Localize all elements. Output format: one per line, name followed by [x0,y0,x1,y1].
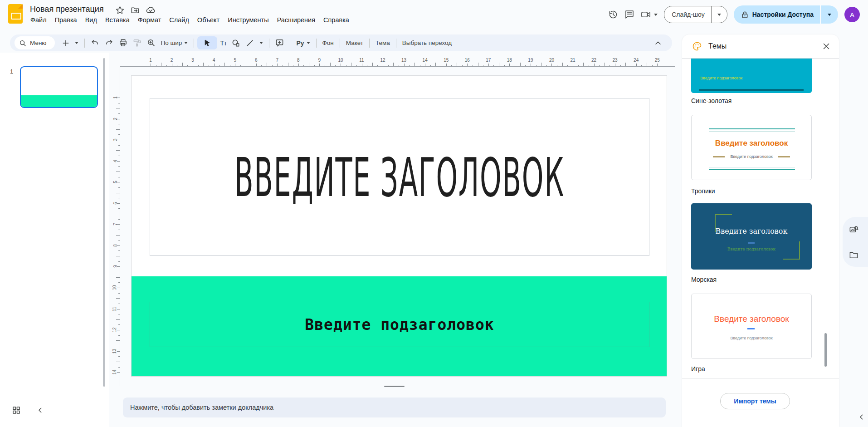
slideshow-button[interactable]: Слайд-шоу [664,6,727,23]
meet-caret-icon[interactable] [654,14,658,16]
ruler-number: 15 [441,58,451,63]
zoom-button[interactable] [144,37,158,49]
theme-title-text: Введите заголовок [691,227,812,236]
menu-object[interactable]: Объект [193,15,224,25]
ruler-number: 13 [399,58,409,63]
ruler-number: 10 [336,58,346,63]
menu-tools[interactable]: Инструменты [224,15,273,25]
slideshow-label[interactable]: Слайд-шоу [664,11,711,18]
select-tool-button[interactable] [197,36,217,49]
filmstrip-panel [0,53,109,427]
slide-thumbnail[interactable] [20,66,98,108]
cloud-status-icon[interactable] [146,6,156,15]
filmstrip-scrollbar[interactable] [103,58,105,387]
menu-edit[interactable]: Правка [51,15,81,25]
collapse-sidebar-icon[interactable] [858,414,865,420]
toolbar-divider [84,39,85,48]
theme-name: Тропики [691,187,715,195]
close-panel-icon[interactable] [823,43,830,50]
paint-format-button[interactable] [130,37,144,49]
theme-card-sine-zolotaya[interactable]: Введите подзаголовок [691,59,812,93]
share-label[interactable]: Настройки Доступа [752,11,814,18]
ruler-number: 23 [610,58,620,63]
document-title[interactable]: Новая презентация [30,5,104,14]
menu-format[interactable]: Формат [134,15,166,25]
meet-camera-icon[interactable] [641,10,658,19]
ruler-horizontal: 1234567891011121314151617181920212223242… [120,57,675,67]
grid-view-icon[interactable] [12,406,21,415]
toolbar-divider [340,39,340,48]
share-button[interactable]: Настройки Доступа [734,5,838,24]
theme-card-tropiki[interactable]: Введите заголовок Введите подзаголовок [691,115,812,180]
menu-extensions[interactable]: Расширения [273,15,319,25]
themes-panel-title: Темы [708,42,727,50]
themes-scrollbar[interactable] [824,333,827,367]
ruler-number: 3 [188,58,198,63]
deco-corner-bracket [783,241,800,260]
ruler-number: 11 [357,58,367,63]
thumbnail-accent-band [21,95,97,107]
ruler-number: 16 [462,58,472,63]
theme-accent-bar [699,89,804,91]
line-tool-button[interactable] [243,37,257,49]
ruler-number: 24 [631,58,641,63]
insert-comment-button[interactable] [273,37,287,49]
toolbar-menu-search[interactable]: Меню [15,36,55,49]
logo-page-glyph [11,13,21,20]
theme-name: Игра [691,365,705,373]
line-tool-dropdown[interactable] [257,37,266,49]
ruler-number: 5 [230,58,240,63]
new-slide-dropdown[interactable] [72,37,81,49]
ruler-number: 25 [652,58,662,63]
menu-slide[interactable]: Слайд [165,15,193,25]
theme-button[interactable]: Тема [373,37,393,49]
theme-card-igra[interactable]: Введите заголовок Введите подзаголовок [691,294,812,359]
folder-icon[interactable] [849,250,858,259]
account-avatar[interactable]: A [844,7,860,22]
theme-subtitle-text: Введите подзаголовок [692,336,811,340]
slideshow-dropdown[interactable] [712,6,727,23]
theme-card-morskaya[interactable]: Введите заголовок Введите подзаголовок [691,203,812,270]
menu-view[interactable]: Вид [81,15,101,25]
deco-dash [747,328,755,329]
undo-button[interactable] [88,37,102,49]
notes-resize-handle[interactable] [384,386,405,387]
toolbar-divider [396,39,396,48]
image-search-icon[interactable] [849,225,858,235]
collapse-filmstrip-icon[interactable] [37,407,44,413]
title-placeholder-box[interactable]: Введите заголовок [150,98,649,256]
slides-logo[interactable] [8,4,23,24]
speaker-notes-input[interactable]: Нажмите, чтобы добавить заметки докладчи… [123,398,666,417]
ruler-number: 22 [589,58,599,63]
shape-tool-button[interactable] [229,37,243,49]
themes-panel: Темы Введите подзаголовок Сине-золотая В… [682,34,839,427]
zoom-fit-select[interactable]: По шир [158,37,191,49]
redo-button[interactable] [102,37,116,49]
subtitle-placeholder-box[interactable]: Введите подзаголовок [150,302,649,347]
deco-line [709,128,795,129]
menu-help[interactable]: Справка [319,15,353,25]
collapse-toolbar-icon[interactable] [651,37,665,49]
move-to-folder-icon[interactable] [131,6,140,15]
theme-subtitle-text: Введите подзаголовок [730,154,772,159]
pen-tool-button[interactable]: Pу [293,37,312,49]
version-history-icon[interactable] [608,10,618,20]
transition-button[interactable]: Выбрать переход [400,37,454,49]
deco-dash [713,156,725,157]
menu-file[interactable]: Файл [26,15,51,25]
share-dropdown[interactable] [821,5,838,24]
print-button[interactable] [116,37,130,49]
background-button[interactable]: Фон [320,37,336,49]
comments-icon[interactable] [624,10,634,20]
import-theme-button[interactable]: Импорт темы [720,393,790,409]
new-slide-button[interactable] [59,37,72,49]
menu-insert[interactable]: Вставка [101,15,134,25]
textbox-tool-button[interactable]: Tт [217,37,229,49]
layout-button[interactable]: Макет [343,37,366,49]
subtitle-placeholder-text: Введите подзаголовок [305,316,494,334]
palette-icon [692,41,702,51]
star-icon[interactable] [116,6,124,15]
slide-canvas[interactable]: Введите заголовок Введите подзаголовок [131,75,667,377]
ruler-number: 18 [504,58,514,63]
title-placeholder-text: Введите заголовок [234,146,565,208]
